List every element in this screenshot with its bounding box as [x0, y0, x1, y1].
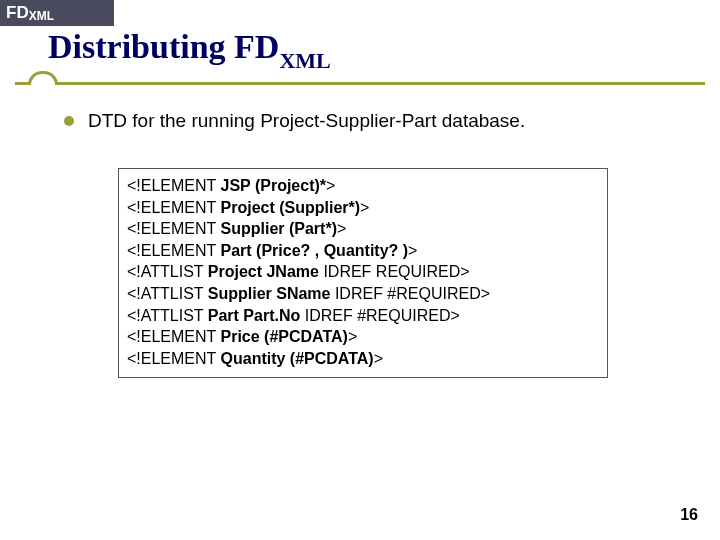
page-number: 16: [680, 506, 698, 524]
dtd-line: <!ELEMENT JSP (Project)*>: [127, 175, 599, 197]
header-tag: FDXML: [0, 0, 114, 26]
dtd-line: <!ELEMENT Price (#PCDATA)>: [127, 326, 599, 348]
bullet-icon: [64, 116, 74, 126]
bullet-item: DTD for the running Project-Supplier-Par…: [64, 110, 680, 132]
dtd-box: <!ELEMENT JSP (Project)*> <!ELEMENT Proj…: [118, 168, 608, 378]
title-main: Distributing FD: [48, 28, 279, 65]
dtd-line: <!ATTLIST Part Part.No IDREF #REQUIRED>: [127, 305, 599, 327]
dtd-line: <!ELEMENT Supplier (Part*)>: [127, 218, 599, 240]
dtd-line: <!ELEMENT Quantity (#PCDATA)>: [127, 348, 599, 370]
dtd-line: <!ATTLIST Supplier SName IDREF #REQUIRED…: [127, 283, 599, 305]
header-main: FD: [6, 3, 29, 23]
dtd-line: <!ATTLIST Project JName IDREF REQUIRED>: [127, 261, 599, 283]
bullet-text: DTD for the running Project-Supplier-Par…: [88, 110, 525, 132]
dtd-line: <!ELEMENT Project (Supplier*)>: [127, 197, 599, 219]
underline-bump: [28, 71, 58, 85]
dtd-line: <!ELEMENT Part (Price? , Quantity? )>: [127, 240, 599, 262]
title-underline: [0, 78, 720, 82]
underline-line: [15, 82, 705, 85]
header-sub: XML: [29, 9, 54, 23]
title-sub: XML: [279, 48, 330, 73]
slide-title: Distributing FDXML: [48, 28, 331, 72]
